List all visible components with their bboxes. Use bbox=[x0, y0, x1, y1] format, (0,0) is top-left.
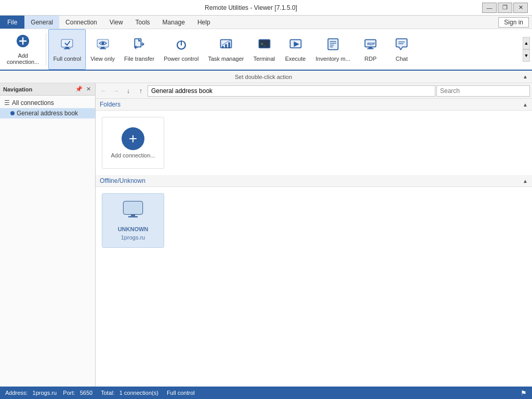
power-control-button[interactable]: Power control bbox=[159, 29, 203, 70]
view-only-icon bbox=[96, 37, 110, 54]
total-connections: Total: 1 connection(s) bbox=[101, 390, 158, 396]
ribbon-separator-1 bbox=[46, 33, 46, 65]
terminal-icon: >_ bbox=[257, 37, 272, 54]
svg-rect-36 bbox=[131, 214, 135, 216]
list-icon: ☰ bbox=[4, 99, 10, 107]
menu-manage[interactable]: Manage bbox=[156, 16, 191, 29]
window-title: Remote Utilities - Viewer [7.1.5.0] bbox=[20, 4, 482, 11]
svg-rect-6 bbox=[64, 48, 70, 49]
ribbon-scroll-up[interactable]: ▲ bbox=[523, 37, 530, 49]
svg-rect-18 bbox=[228, 43, 230, 48]
sidebar-header: Navigation 📌 ✕ bbox=[0, 83, 95, 96]
folders-title: Folders bbox=[100, 101, 121, 108]
svg-rect-29 bbox=[369, 47, 373, 48]
add-connection-tile[interactable]: + Add connection... bbox=[102, 117, 164, 169]
restore-button[interactable]: ❐ bbox=[498, 3, 512, 13]
svg-rect-11 bbox=[99, 48, 105, 49]
rdp-button[interactable]: RDP RDP bbox=[355, 29, 386, 70]
svg-rect-4 bbox=[62, 39, 73, 47]
chat-button[interactable]: Chat bbox=[386, 29, 417, 70]
menu-help[interactable]: Help bbox=[191, 16, 217, 29]
svg-rect-5 bbox=[65, 47, 69, 48]
offline-header[interactable]: Offline/Unknown ▲ bbox=[96, 175, 532, 187]
offline-section: Offline/Unknown ▲ UNKNOWN 1progs.ru bbox=[96, 175, 532, 254]
nav-forward-button[interactable]: → bbox=[110, 85, 122, 97]
power-control-icon bbox=[174, 37, 189, 54]
menu-general[interactable]: General bbox=[24, 16, 59, 29]
device-tile[interactable]: UNKNOWN 1progs.ru bbox=[102, 193, 164, 248]
svg-text:RDP: RDP bbox=[367, 42, 375, 46]
action-bar: Set double-click action ▲ bbox=[0, 71, 532, 83]
ribbon-scroll-down[interactable]: ▼ bbox=[523, 49, 530, 62]
device-url: 1progs.ru bbox=[121, 234, 145, 241]
rdp-icon: RDP bbox=[363, 37, 378, 54]
status-bar: Address: 1progs.ru Port: 5650 Total: 1 c… bbox=[0, 387, 532, 399]
menu-bar: File General Connection View Tools Manag… bbox=[0, 16, 532, 29]
sidebar-item-general-address-book[interactable]: General address book bbox=[0, 108, 95, 118]
svg-rect-30 bbox=[367, 48, 374, 49]
sidebar-pin-icon[interactable]: 📌 bbox=[75, 86, 83, 92]
sidebar-item-all-connections[interactable]: ☰ All connections bbox=[0, 98, 95, 108]
ribbon: Add connection... Full control bbox=[0, 29, 532, 71]
device-monitor-icon bbox=[123, 201, 143, 224]
device-status: UNKNOWN bbox=[118, 226, 149, 232]
current-mode: Full control bbox=[167, 390, 195, 396]
folders-header[interactable]: Folders ▲ bbox=[96, 99, 532, 111]
nav-back-button[interactable]: ← bbox=[98, 85, 109, 97]
sidebar-close-icon[interactable]: ✕ bbox=[85, 86, 92, 92]
nav-bar: ← → ↓ ↑ bbox=[96, 83, 532, 99]
action-bar-collapse[interactable]: ▲ bbox=[523, 74, 528, 79]
view-only-button[interactable]: View only bbox=[86, 29, 119, 70]
sidebar-tree: ☰ All connections General address book bbox=[0, 96, 95, 121]
active-dot-icon bbox=[10, 111, 15, 115]
action-bar-label: Set double-click action bbox=[4, 74, 523, 80]
breadcrumb-input[interactable] bbox=[148, 85, 435, 97]
offline-title: Offline/Unknown bbox=[100, 177, 145, 184]
chat-icon bbox=[394, 37, 409, 54]
sidebar-title: Navigation bbox=[3, 86, 32, 92]
close-button[interactable]: ✕ bbox=[513, 3, 528, 13]
add-connection-button[interactable]: Add connection... bbox=[2, 29, 44, 70]
task-manager-button[interactable]: Task manager bbox=[203, 29, 248, 70]
menu-file[interactable]: File bbox=[0, 16, 24, 29]
folders-section: Folders ▲ + Add connection... bbox=[96, 99, 532, 175]
menu-view[interactable]: View bbox=[103, 16, 129, 29]
terminal-button[interactable]: >_ Terminal bbox=[249, 29, 280, 70]
menu-tools[interactable]: Tools bbox=[129, 16, 156, 29]
add-connection-label: Add connection... bbox=[111, 152, 155, 158]
full-control-button[interactable]: Full control bbox=[48, 29, 86, 70]
main-area: Navigation 📌 ✕ ☰ All connections General… bbox=[0, 83, 532, 387]
svg-rect-10 bbox=[101, 47, 104, 48]
inventory-button[interactable]: Inventory m... bbox=[311, 29, 355, 70]
status-logo-icon: ⚑ bbox=[521, 389, 527, 397]
content-area: ← → ↓ ↑ Folders ▲ + Add connection... O bbox=[96, 83, 532, 387]
svg-rect-35 bbox=[124, 202, 142, 214]
add-connection-icon bbox=[16, 34, 30, 50]
svg-point-9 bbox=[101, 42, 104, 45]
file-transfer-icon bbox=[132, 37, 147, 54]
menu-connection[interactable]: Connection bbox=[59, 16, 103, 29]
ribbon-scroll: ▲ ▼ bbox=[523, 29, 530, 70]
nav-down-button[interactable]: ↓ bbox=[123, 85, 134, 97]
svg-rect-23 bbox=[328, 39, 338, 50]
task-manager-icon bbox=[219, 37, 233, 54]
inventory-icon bbox=[326, 37, 340, 54]
title-bar: Remote Utilities - Viewer [7.1.5.0] — ❐ … bbox=[0, 0, 532, 16]
folders-content: + Add connection... bbox=[96, 111, 532, 175]
nav-up-button[interactable]: ↑ bbox=[135, 85, 147, 97]
full-control-icon bbox=[60, 37, 74, 54]
execute-icon bbox=[288, 37, 303, 54]
offline-content: UNKNOWN 1progs.ru bbox=[96, 187, 532, 254]
offline-collapse-icon: ▲ bbox=[523, 178, 528, 184]
svg-rect-17 bbox=[225, 44, 227, 48]
svg-text:>_: >_ bbox=[261, 42, 266, 46]
folders-collapse-icon: ▲ bbox=[523, 102, 528, 108]
execute-button[interactable]: Execute bbox=[280, 29, 311, 70]
search-input[interactable] bbox=[436, 85, 530, 97]
svg-rect-12 bbox=[135, 39, 141, 47]
file-transfer-button[interactable]: File transfer bbox=[119, 29, 159, 70]
sign-in-button[interactable]: Sign in bbox=[498, 17, 529, 28]
svg-rect-37 bbox=[128, 216, 138, 218]
minimize-button[interactable]: — bbox=[482, 3, 497, 13]
sidebar: Navigation 📌 ✕ ☰ All connections General… bbox=[0, 83, 96, 387]
